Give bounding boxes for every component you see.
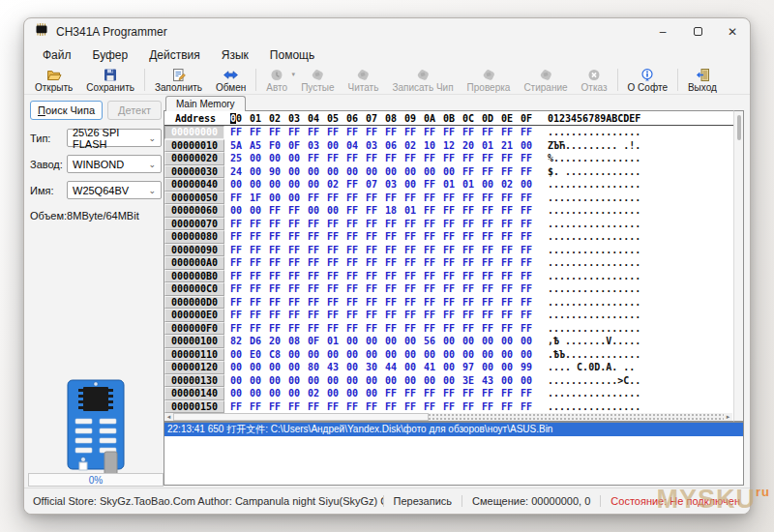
hex-byte[interactable]: FF xyxy=(497,245,517,255)
hex-byte[interactable]: FF xyxy=(381,310,401,320)
hex-byte[interactable]: 07 xyxy=(362,179,381,190)
hex-byte[interactable]: 0F xyxy=(284,140,304,151)
hex-byte[interactable]: FF xyxy=(342,401,362,412)
hex-byte[interactable]: FF xyxy=(265,127,284,137)
row-ascii[interactable]: ................ xyxy=(548,297,640,308)
hex-byte[interactable]: FF xyxy=(420,283,439,294)
hex-byte[interactable]: 01 xyxy=(459,179,478,190)
row-ascii[interactable]: ‚Ѣ .......V..... xyxy=(548,336,640,346)
hex-byte[interactable]: 24 xyxy=(226,166,246,177)
row-address[interactable]: 00000100 xyxy=(164,335,224,348)
hex-byte[interactable]: FF xyxy=(362,401,381,412)
hex-byte[interactable]: FF xyxy=(517,231,536,242)
hex-byte[interactable]: FF xyxy=(304,153,323,163)
hex-byte[interactable]: FF xyxy=(323,153,342,163)
hex-byte[interactable]: FF xyxy=(226,323,246,334)
hex-byte[interactable]: 00 xyxy=(439,336,459,346)
hex-byte[interactable]: FF xyxy=(517,401,536,412)
titlebar[interactable]: CH341A Programmer – ✕ xyxy=(24,18,750,44)
hex-byte[interactable]: FF xyxy=(362,192,381,203)
row-address[interactable]: 000000A0 xyxy=(164,256,224,270)
hex-byte[interactable]: FF xyxy=(284,310,304,320)
hex-byte[interactable]: FF xyxy=(284,205,304,216)
row-address[interactable]: 000000D0 xyxy=(164,296,224,310)
hex-byte[interactable]: FF xyxy=(517,323,536,334)
hex-byte[interactable]: FF xyxy=(439,257,459,268)
horizontal-scrollbar[interactable]: ◂ ▸ xyxy=(164,413,732,421)
hex-byte[interactable]: FF xyxy=(420,219,439,229)
hex-byte[interactable]: FF xyxy=(478,257,497,268)
hex-byte[interactable]: 00 xyxy=(226,349,246,360)
hex-byte[interactable]: 03 xyxy=(381,179,401,190)
hex-byte[interactable]: 00 xyxy=(381,375,401,386)
menu-actions[interactable]: Действия xyxy=(138,46,211,64)
hex-byte[interactable]: FF xyxy=(246,310,265,320)
hex-byte[interactable]: 0F xyxy=(304,336,323,346)
hex-byte[interactable]: 00 xyxy=(497,362,517,372)
hex-byte[interactable]: 00 xyxy=(323,166,342,177)
row-ascii[interactable]: ................ xyxy=(548,192,640,203)
row-address[interactable]: 00000030 xyxy=(164,165,224,179)
hex-byte[interactable]: FF xyxy=(246,219,265,229)
scroll-right-arrow-icon[interactable]: ▸ xyxy=(724,413,732,421)
hex-byte[interactable]: FF xyxy=(323,245,342,255)
menu-help[interactable]: Помощь xyxy=(259,46,325,64)
hex-byte[interactable]: FF xyxy=(420,179,439,190)
hex-byte[interactable]: FF xyxy=(478,310,497,320)
hex-byte[interactable]: FF xyxy=(265,401,284,412)
hex-byte[interactable]: 20 xyxy=(459,140,478,151)
hex-byte[interactable]: FF xyxy=(265,205,284,216)
hex-byte[interactable]: FF xyxy=(284,219,304,229)
hex-byte[interactable]: 00 xyxy=(323,388,342,399)
hex-byte[interactable]: FF xyxy=(342,127,362,137)
hex-byte[interactable]: FF xyxy=(401,401,420,412)
row-address[interactable]: 000000B0 xyxy=(164,270,224,283)
row-address[interactable]: 00000110 xyxy=(164,348,224,362)
row-address[interactable]: 000000F0 xyxy=(164,322,224,336)
hex-byte[interactable]: FF xyxy=(304,323,323,334)
hex-byte[interactable]: FF xyxy=(284,231,304,242)
log-entry[interactable]: 22:13:41 650 打开文件: C:\Users\Андрей\Yande… xyxy=(164,423,743,436)
hex-byte[interactable]: FF xyxy=(304,257,323,268)
hex-byte[interactable]: FF xyxy=(323,231,342,242)
hex-byte[interactable]: 00 xyxy=(304,375,323,386)
hex-byte[interactable]: 06 xyxy=(381,140,401,151)
row-ascii[interactable]: $. ............. xyxy=(548,166,640,177)
hex-byte[interactable]: 00 xyxy=(284,179,304,190)
hex-byte[interactable]: 00 xyxy=(265,362,284,372)
about-button[interactable]: О Софте xyxy=(621,66,674,94)
hex-byte[interactable]: FF xyxy=(323,297,342,308)
hex-byte[interactable]: FF xyxy=(362,205,381,216)
hex-byte[interactable]: FF xyxy=(497,323,517,334)
hex-byte[interactable]: 00 xyxy=(439,349,459,360)
row-address[interactable]: 00000060 xyxy=(164,204,224,218)
hex-byte[interactable]: FF xyxy=(439,231,459,242)
hex-byte[interactable]: FF xyxy=(517,153,536,163)
hex-byte[interactable]: 00 xyxy=(342,362,362,372)
hex-byte[interactable]: FF xyxy=(342,297,362,308)
hex-byte[interactable]: FF xyxy=(362,297,381,308)
hex-byte[interactable]: 00 xyxy=(478,336,497,346)
hex-byte[interactable]: FF xyxy=(459,166,478,177)
hex-byte[interactable]: 00 xyxy=(401,166,420,177)
hex-byte[interactable]: FF xyxy=(439,245,459,255)
hex-byte[interactable]: 3E xyxy=(459,375,478,386)
hex-byte[interactable]: 00 xyxy=(323,140,342,151)
hex-byte[interactable]: 00 xyxy=(401,336,420,346)
close-button[interactable]: ✕ xyxy=(715,18,750,44)
hex-byte[interactable]: 00 xyxy=(517,140,536,151)
hex-byte[interactable]: 00 xyxy=(226,375,246,386)
hex-byte[interactable]: FF xyxy=(362,257,381,268)
hex-byte[interactable]: FF xyxy=(226,401,246,412)
hex-byte[interactable]: FF xyxy=(517,245,536,255)
hex-byte[interactable]: 00 xyxy=(246,205,265,216)
hex-byte[interactable]: FF xyxy=(497,283,517,294)
hex-byte[interactable]: 12 xyxy=(439,140,459,151)
hex-byte[interactable]: FF xyxy=(459,271,478,281)
hex-byte[interactable]: FF xyxy=(401,127,420,137)
hex-byte[interactable]: FF xyxy=(342,219,362,229)
hex-byte[interactable]: FF xyxy=(284,401,304,412)
swap-button[interactable]: Обмен xyxy=(209,66,253,94)
hex-byte[interactable]: 00 xyxy=(246,362,265,372)
hex-byte[interactable]: FF xyxy=(478,205,497,216)
